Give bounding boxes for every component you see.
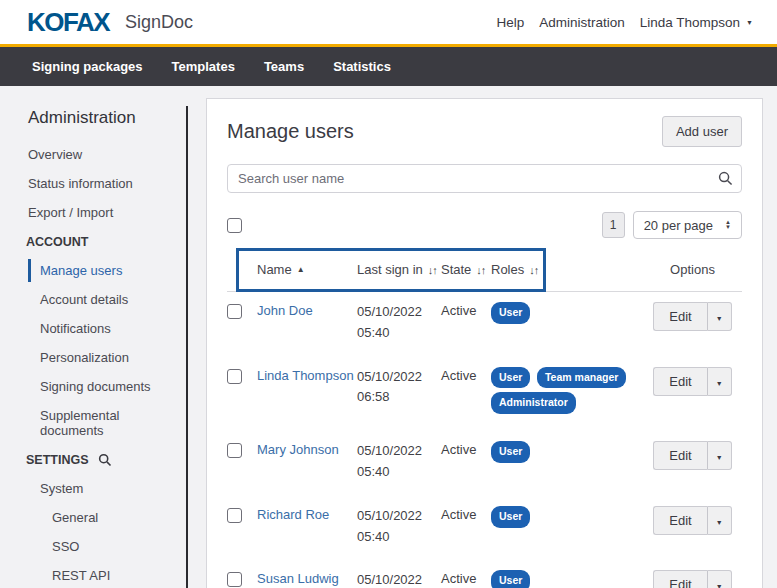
nav-signing-packages[interactable]: Signing packages [26,55,149,78]
edit-split-button: Edit ▼ [653,302,731,331]
edit-dropdown-button[interactable]: ▼ [707,441,732,470]
sidebar-item-status-information[interactable]: Status information [0,169,186,198]
section-label: ACCOUNT [26,235,89,249]
column-label: State [441,262,471,277]
search-input[interactable] [227,164,742,193]
role-badge: User [491,441,530,463]
sidebar-item-account-details[interactable]: Account details [0,285,186,314]
app-window: KOFAX SignDoc Help Administration Linda … [0,0,777,588]
user-name-link[interactable]: John Doe [257,303,357,318]
sort-both-icon: ↓↑ [476,264,485,276]
last-sign-in-cell: 05/10/2022 05:40 [357,570,441,588]
page-size-select[interactable]: 20 per page ▲▼ [633,211,742,239]
state-value: Active [441,368,491,383]
page-title: Manage users [227,120,354,143]
last-sign-in-cell: 05/10/2022 05:40 [357,302,441,344]
edit-split-button: Edit ▼ [653,367,731,396]
user-name-link[interactable]: Susan Ludwig [257,571,357,586]
column-header-state[interactable]: State ↓↑ [441,262,491,277]
last-sign-in-cell: 05/10/2022 05:40 [357,506,441,548]
column-label: Roles [491,262,524,277]
edit-button[interactable]: Edit [653,367,706,396]
column-header-roles[interactable]: Roles ↓↑ [491,262,643,277]
caret-down-icon: ▼ [716,315,723,322]
state-value: Active [441,571,491,586]
edit-split-button: Edit ▼ [653,570,731,588]
roles-cell: User [491,441,643,467]
edit-split-button: Edit ▼ [653,441,731,470]
section-label: SETTINGS [26,453,89,467]
edit-dropdown-button[interactable]: ▼ [707,302,732,331]
last-sign-in-cell: 05/10/2022 05:40 [357,441,441,483]
table-row: Richard Roe 05/10/2022 05:40 Active User… [227,496,742,561]
sidebar-item-personalization[interactable]: Personalization [0,343,186,372]
sidebar-item-sso[interactable]: SSO [0,532,186,561]
user-menu[interactable]: Linda Thompson ▼ [640,15,753,30]
edit-dropdown-button[interactable]: ▼ [707,506,732,535]
row-checkbox[interactable] [227,443,242,458]
edit-button[interactable]: Edit [653,441,706,470]
column-header-last-sign-in[interactable]: Last sign in ↓↑ [357,262,441,277]
row-checkbox[interactable] [227,572,242,587]
user-name-link[interactable]: Linda Thompson [257,368,357,383]
edit-button[interactable]: Edit [653,570,706,588]
table-row: Mary Johnson 05/10/2022 05:40 Active Use… [227,431,742,496]
page-number-button[interactable]: 1 [602,212,625,238]
time-text: 05:40 [357,323,441,344]
sidebar-section-account: ACCOUNT [0,227,186,256]
table-row: Linda Thompson 05/10/2022 06:58 Active U… [227,357,742,432]
user-name-link[interactable]: Richard Roe [257,507,357,522]
edit-button[interactable]: Edit [653,302,706,331]
edit-dropdown-button[interactable]: ▼ [707,367,732,396]
nav-templates[interactable]: Templates [166,55,241,78]
date-text: 05/10/2022 [357,302,441,323]
administration-link[interactable]: Administration [539,15,625,30]
sidebar-item-general[interactable]: General [0,503,186,532]
role-badge: User [491,302,530,324]
edit-dropdown-button[interactable]: ▼ [707,570,732,588]
date-text: 05/10/2022 [357,367,441,388]
time-text: 05:40 [357,527,441,548]
row-checkbox[interactable] [227,508,242,523]
table-row: John Doe 05/10/2022 05:40 Active User Ed… [227,292,742,357]
date-text: 05/10/2022 [357,570,441,588]
sidebar-item-signing-documents[interactable]: Signing documents [0,372,186,401]
sidebar-item-supplemental-documents[interactable]: Supplemental documents [0,401,186,445]
date-text: 05/10/2022 [357,441,441,462]
search-icon[interactable] [718,171,733,190]
sort-both-icon: ↓↑ [428,264,437,276]
sidebar-item-notifications[interactable]: Notifications [0,314,186,343]
row-checkbox[interactable] [227,304,242,319]
sidebar-item-rest-api[interactable]: REST API [0,561,186,588]
role-badge: Team manager [537,367,626,389]
edit-split-button: Edit ▼ [653,506,731,535]
help-link[interactable]: Help [496,15,524,30]
nav-teams[interactable]: Teams [258,55,310,78]
roles-cell: User [491,506,643,532]
role-badge: User [491,367,530,389]
role-badge: User [491,570,530,588]
sidebar-title: Administration [0,108,186,128]
user-name: Linda Thompson [640,15,740,30]
add-user-button[interactable]: Add user [662,116,742,147]
caret-down-icon: ▼ [716,519,723,526]
nav-statistics[interactable]: Statistics [327,55,397,78]
edit-button[interactable]: Edit [653,506,706,535]
column-label: Last sign in [357,262,423,277]
time-text: 06:58 [357,387,441,408]
sidebar-section-settings: SETTINGS [0,445,186,474]
column-header-name[interactable]: Name ▲ [257,262,357,277]
table-row: Susan Ludwig 05/10/2022 05:40 Active Use… [227,560,742,588]
row-checkbox[interactable] [227,369,242,384]
user-name-link[interactable]: Mary Johnson [257,442,357,457]
select-arrows-icon: ▲▼ [725,220,731,230]
settings-search-icon[interactable] [98,453,112,467]
sidebar-item-export-import[interactable]: Export / Import [0,198,186,227]
sidebar-item-overview[interactable]: Overview [0,140,186,169]
top-header: KOFAX SignDoc Help Administration Linda … [0,0,777,44]
roles-cell: User Team manager Administrator [491,367,643,419]
caret-down-icon: ▼ [716,583,723,588]
sidebar-item-manage-users[interactable]: Manage users [0,256,186,285]
sidebar-item-system[interactable]: System [0,474,186,503]
select-all-checkbox[interactable] [227,218,242,233]
